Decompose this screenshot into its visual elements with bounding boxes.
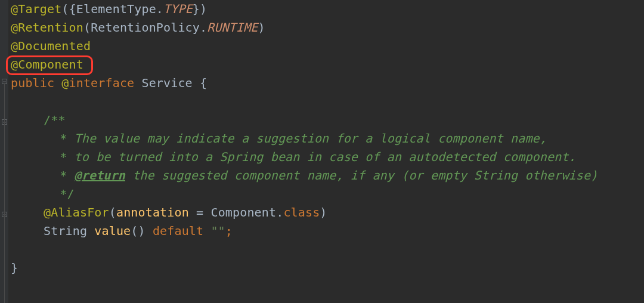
code-line: /**: [11, 113, 66, 127]
javadoc-text: the suggested component name, if any (or…: [125, 168, 597, 183]
annotation-at: @: [11, 20, 18, 35]
enum-const: RUNTIME: [207, 20, 258, 35]
annotation-name: Retention: [18, 20, 83, 35]
code-line: @Retention(RetentionPolicy.RUNTIME): [11, 20, 265, 35]
annotation-at: @: [61, 76, 69, 90]
method-name: value: [94, 224, 131, 238]
punct: .: [200, 20, 207, 35]
javadoc-open: /**: [44, 113, 66, 127]
enum-const: TYPE: [163, 2, 193, 16]
type-ref: Component: [210, 205, 276, 219]
gutter: [0, 0, 8, 303]
punct: ;: [225, 224, 233, 238]
code-line: String value() default "";: [11, 224, 233, 238]
string-literal: "": [210, 224, 225, 238]
javadoc-star: *: [52, 168, 67, 183]
code-line: * to be turned into a Spring bean in cas…: [11, 150, 576, 164]
keyword: default: [153, 224, 211, 238]
punct: (: [109, 205, 116, 219]
type-ref: ElementType: [76, 2, 156, 16]
javadoc-text: to be turned into a Spring bean in case …: [67, 150, 575, 164]
code-line: }: [11, 261, 18, 275]
type-ref: String: [44, 224, 94, 238]
code-line: @AliasFor(annotation = Component.class): [11, 205, 327, 219]
javadoc-star: *: [52, 131, 67, 146]
annotation-name: Documented: [18, 39, 91, 53]
code-editor[interactable]: @Target({ElementType.TYPE}) @Retention(R…: [8, 0, 644, 303]
punct: (: [83, 20, 91, 35]
annotation-at: @: [11, 39, 18, 53]
annotation-name: Target: [18, 2, 61, 16]
annotation-name: AliasFor: [51, 205, 109, 219]
keyword: public: [11, 76, 61, 90]
keyword: class: [283, 205, 320, 219]
gutter-fold-line-2-icon: [4, 128, 5, 219]
type-ref: RetentionPolicy: [91, 20, 200, 35]
annotation-name: Component: [18, 57, 83, 72]
brace: {: [200, 76, 207, 90]
punct: ({: [61, 2, 76, 16]
annotation-at: @: [44, 205, 51, 219]
annotation-at: @: [11, 57, 18, 72]
javadoc-close: */: [52, 187, 75, 201]
javadoc-tag: @return: [75, 168, 125, 183]
punct: .: [276, 205, 283, 219]
punct: }): [193, 2, 207, 16]
code-line: * The value may indicate a suggestion fo…: [11, 131, 547, 146]
code-line: [11, 94, 18, 109]
punct: ): [258, 20, 265, 35]
type-name: Service: [141, 76, 200, 90]
param-name: annotation: [116, 205, 189, 219]
punct: (): [131, 224, 153, 238]
code-line: @Target({ElementType.TYPE}): [11, 2, 207, 16]
javadoc-star: *: [52, 150, 67, 164]
punct: =: [189, 205, 211, 219]
brace: }: [11, 261, 18, 275]
code-line: public @interface Service {: [11, 76, 207, 90]
keyword: interface: [69, 76, 142, 90]
punct: .: [156, 2, 163, 16]
punct: ): [320, 205, 327, 219]
code-line: @Documented: [11, 39, 91, 53]
annotation-at: @: [11, 2, 18, 16]
javadoc-text: The value may indicate a suggestion for …: [67, 131, 547, 146]
code-line: */: [11, 187, 75, 201]
code-line: * @return the suggested component name, …: [11, 168, 597, 183]
code-line: @Component: [11, 57, 83, 72]
code-line: [11, 242, 18, 256]
